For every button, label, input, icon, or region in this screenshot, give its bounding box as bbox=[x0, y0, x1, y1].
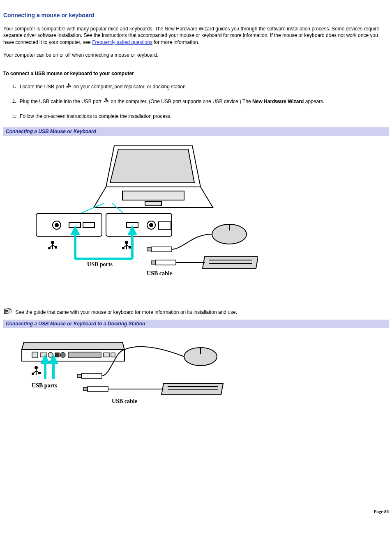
svg-point-6 bbox=[104, 101, 105, 102]
svg-rect-49 bbox=[32, 352, 38, 358]
svg-rect-32 bbox=[129, 246, 131, 248]
svg-marker-67 bbox=[161, 383, 223, 395]
label-usb-ports-2: USB ports bbox=[32, 382, 57, 389]
figure-2-caption: Connecting a USB Mouse or Keyboard to a … bbox=[3, 320, 389, 328]
step-3: 3. Follow the on-screen instructions to … bbox=[3, 113, 389, 120]
svg-rect-44 bbox=[147, 248, 151, 251]
intro-text-b: for more information. bbox=[154, 39, 199, 45]
step-2-text-b: on the computer. (One USB port supports … bbox=[111, 99, 252, 104]
label-usb-cable: USB cable bbox=[147, 270, 172, 276]
step-number: 2. bbox=[3, 98, 20, 105]
faq-link[interactable]: Frequently asked questions bbox=[92, 39, 152, 45]
svg-rect-45 bbox=[155, 260, 176, 265]
note-icon bbox=[3, 308, 12, 317]
step-1-text-a: Locate the USB port bbox=[20, 83, 65, 89]
usb-icon bbox=[66, 83, 71, 91]
intro-paragraph-2: Your computer can be on or off when conn… bbox=[3, 52, 389, 59]
note-text: See the guide that came with your mouse … bbox=[15, 309, 237, 315]
svg-rect-72 bbox=[88, 387, 108, 391]
note-row: See the guide that came with your mouse … bbox=[3, 308, 389, 317]
svg-rect-3 bbox=[70, 86, 71, 87]
figure-1-caption: Connecting a USB Mouse or Keyboard bbox=[3, 127, 389, 136]
step-3-text: Follow the on-screen instructions to com… bbox=[20, 113, 389, 120]
svg-rect-12 bbox=[145, 202, 161, 206]
svg-rect-60 bbox=[39, 372, 40, 374]
label-usb-ports: USB ports bbox=[87, 261, 113, 267]
usb-laptop-diagram: USB ports USB cable bbox=[28, 142, 258, 277]
svg-marker-40 bbox=[203, 257, 258, 268]
svg-rect-52 bbox=[55, 353, 59, 357]
step-number: 1. bbox=[3, 83, 20, 90]
svg-point-59 bbox=[32, 373, 34, 375]
svg-point-2 bbox=[67, 86, 67, 87]
steps-list: 1. Locate the USB port on your computer,… bbox=[3, 83, 389, 120]
svg-point-0 bbox=[68, 83, 69, 85]
svg-point-31 bbox=[122, 247, 124, 249]
sub-heading: To connect a USB mouse or keyboard to yo… bbox=[3, 70, 389, 77]
label-usb-cable-2: USB cable bbox=[112, 398, 137, 404]
section-title: Connecting a mouse or keyboard bbox=[3, 12, 389, 20]
usb-docking-diagram: USB ports USB cable bbox=[16, 334, 229, 408]
svg-point-17 bbox=[55, 223, 58, 227]
svg-rect-71 bbox=[77, 374, 81, 378]
svg-rect-56 bbox=[111, 353, 115, 357]
svg-rect-7 bbox=[107, 101, 108, 101]
svg-rect-54 bbox=[68, 352, 101, 358]
step-1-text-b: on your computer, port replicator, or do… bbox=[74, 83, 187, 89]
usb-icon bbox=[104, 98, 108, 106]
svg-rect-43 bbox=[151, 247, 172, 252]
page-footer: Page 86 bbox=[3, 509, 389, 515]
svg-point-27 bbox=[150, 223, 153, 227]
figure-1: USB ports USB cable bbox=[3, 136, 389, 288]
svg-rect-11 bbox=[122, 191, 184, 200]
step-2-bold: New Hardware Wizard bbox=[252, 99, 304, 104]
svg-point-57 bbox=[35, 366, 37, 369]
svg-point-22 bbox=[48, 247, 50, 249]
svg-marker-9 bbox=[110, 149, 194, 183]
svg-point-20 bbox=[51, 241, 54, 244]
svg-rect-70 bbox=[81, 373, 102, 378]
figure-2: USB ports USB cable bbox=[3, 328, 389, 418]
svg-rect-46 bbox=[151, 261, 155, 264]
step-1: 1. Locate the USB port on your computer,… bbox=[3, 83, 389, 91]
svg-point-29 bbox=[125, 241, 128, 244]
svg-point-4 bbox=[106, 99, 107, 100]
svg-marker-47 bbox=[22, 342, 125, 350]
svg-point-53 bbox=[60, 352, 65, 357]
svg-rect-28 bbox=[159, 222, 171, 229]
svg-rect-23 bbox=[55, 246, 57, 248]
svg-rect-73 bbox=[83, 387, 88, 391]
svg-rect-55 bbox=[104, 353, 109, 357]
step-2: 2. Plug the USB cable into the USB port … bbox=[3, 98, 389, 106]
intro-paragraph: Your computer is compatible with many po… bbox=[3, 25, 389, 46]
svg-rect-19 bbox=[83, 223, 95, 228]
step-number: 3. bbox=[3, 113, 20, 120]
step-2-text-a: Plug the USB cable into the USB port bbox=[20, 99, 103, 104]
step-2-text-c: appears. bbox=[305, 99, 325, 104]
